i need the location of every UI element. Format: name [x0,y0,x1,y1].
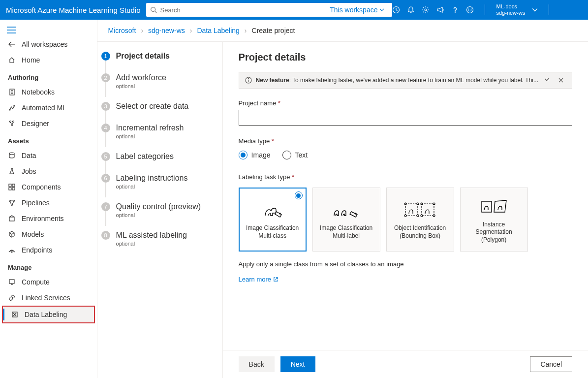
sidebar: All workspaces Home Authoring Notebooks … [0,20,97,378]
header-separator [485,4,485,15]
breadcrumb-ws[interactable]: sdg-new-ws [148,27,185,34]
app-title: Microsoft Azure Machine Learning Studio [6,6,140,14]
sidebar-jobs[interactable]: Jobs [0,163,97,179]
info-icon [245,77,252,84]
expand-icon[interactable] [542,76,552,84]
sidebar-compute[interactable]: Compute [0,274,97,290]
sidebar-data-labeling[interactable]: Data Labeling [3,307,94,322]
wizard-footer: Back Next Cancel [223,350,588,378]
step-incremental-refresh[interactable]: 4Incremental refreshoptional [97,123,217,140]
polygon-icon [479,195,509,217]
task-multilabel[interactable]: Image Classification Multi-label [312,188,380,252]
chevron-right-icon: › [190,27,192,34]
step-quality-control[interactable]: 7Quality control (preview)optional [97,201,217,219]
clock-icon[interactable] [392,6,400,14]
sidebar-models[interactable]: Models [0,226,97,242]
step-labeling-instructions[interactable]: 6Labeling instructionsoptional [97,173,217,190]
chevron-right-icon: › [141,27,143,34]
sidebar-environments[interactable]: Environments [0,211,97,226]
compute-icon [8,278,16,286]
megaphone-icon[interactable] [436,6,444,14]
account-chevron-icon[interactable] [532,7,538,13]
task-polygon[interactable]: Instance Segmentation (Polygon) [460,188,528,252]
sidebar-home[interactable]: Home [0,52,97,68]
external-link-icon [273,277,279,282]
project-name-input[interactable] [239,110,572,126]
pane-title: Project details [239,52,572,63]
svg-rect-30 [9,280,14,284]
step-ml-assisted[interactable]: 8ML assisted labelingoptional [97,230,217,248]
wizard-steps: 1Project details 2Add workforceoptional … [97,42,223,378]
sidebar-designer[interactable]: Designer [0,116,97,131]
bell-icon[interactable] [407,6,415,14]
svg-point-3 [425,9,427,11]
notebook-icon [8,88,16,96]
task-bounding-box[interactable]: Object Identification (Bounding Box) [386,188,454,252]
breadcrumb-root[interactable]: Microsoft [108,27,136,34]
components-icon [8,183,16,191]
sidebar-pipelines[interactable]: Pipelines [0,195,97,211]
svg-rect-24 [12,188,15,190]
pipeline-icon [8,199,16,207]
svg-point-6 [468,9,469,9]
designer-icon [8,120,16,127]
close-icon[interactable] [556,76,566,84]
breadcrumb-feature[interactable]: Data Labeling [197,27,239,34]
search-box[interactable]: This workspace [146,3,392,17]
step-add-workforce[interactable]: 2Add workforceoptional [97,72,217,90]
learn-more-link[interactable]: Learn more [239,276,572,283]
global-header: Microsoft Azure Machine Learning Studio … [0,0,588,20]
media-type-text[interactable]: Text [282,151,308,159]
header-separator [549,4,549,15]
models-icon [8,230,16,238]
endpoints-icon [8,246,16,254]
info-text: New feature: To make labeling faster, we… [256,77,538,84]
svg-point-5 [467,7,473,13]
data-icon [8,152,16,159]
gear-icon[interactable] [422,6,430,14]
svg-point-36 [248,78,248,79]
media-type-image[interactable]: Image [239,151,271,159]
smile-icon[interactable] [466,6,474,14]
task-type-label: Labeling task type * [239,173,572,181]
search-input[interactable] [160,3,330,16]
workspace-scope-button[interactable]: This workspace [330,6,384,14]
header-icons: ML-docs sdg-new-ws [392,3,553,16]
sidebar-section-authoring: Authoring [0,68,97,84]
step-select-data[interactable]: 3Select or create data [97,101,217,112]
svg-point-17 [10,121,11,123]
sidebar-section-manage: Manage [0,258,97,274]
link-icon [8,294,16,302]
task-description: Apply only a single class from a set of … [239,260,572,268]
highlight-box: Data Labeling [2,306,95,323]
svg-point-25 [9,200,11,202]
task-multiclass[interactable]: Image Classification Multi-class [239,188,307,252]
svg-point-20 [9,153,14,155]
sidebar-linked-services[interactable]: Linked Services [0,290,97,306]
next-button[interactable]: Next [280,356,315,372]
svg-line-1 [155,11,157,13]
menu-toggle-icon[interactable] [0,24,97,36]
step-project-details[interactable]: 1Project details [97,51,217,62]
info-bar: New feature: To make labeling faster, we… [239,72,572,89]
svg-rect-22 [12,184,15,187]
radio-icon [295,191,303,199]
help-icon[interactable] [451,6,459,14]
account-info[interactable]: ML-docs sdg-new-ws [496,3,525,16]
flask-icon [8,167,16,175]
chevron-right-icon: › [245,27,247,34]
sidebar-data[interactable]: Data [0,148,97,163]
sidebar-components[interactable]: Components [0,179,97,195]
cancel-button[interactable]: Cancel [530,356,572,372]
svg-rect-21 [9,184,11,187]
search-icon [150,6,157,13]
sidebar-notebooks[interactable]: Notebooks [0,84,97,100]
sidebar-all-workspaces[interactable]: All workspaces [0,36,97,52]
dogs-tag-icon [332,199,361,220]
step-label-categories[interactable]: 5Label categories [97,151,217,162]
sidebar-endpoints[interactable]: Endpoints [0,242,97,258]
breadcrumb: Microsoft › sdg-new-ws › Data Labeling ›… [97,20,588,42]
back-button[interactable]: Back [239,356,275,372]
chevron-down-icon [379,7,384,12]
sidebar-automated-ml[interactable]: Automated ML [0,100,97,116]
